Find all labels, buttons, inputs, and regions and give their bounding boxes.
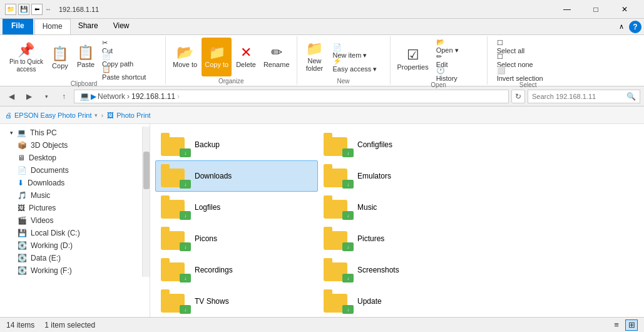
data-e-icon: 💽 bbox=[18, 254, 27, 262]
tab-share[interactable]: Share bbox=[71, 19, 106, 34]
sidebar-scrollbar[interactable] bbox=[142, 127, 150, 277]
rename-button[interactable]: ✏ Rename bbox=[260, 38, 293, 76]
address-path[interactable]: 💻 ▶ Network › 192.168.1.11 › bbox=[74, 90, 509, 103]
title-bar-path: 192.168.1.11 bbox=[59, 6, 99, 13]
breadcrumb-epson[interactable]: 🖨 EPSON Easy Photo Print ▾ bbox=[5, 112, 98, 119]
file-name-update: Update bbox=[357, 297, 382, 306]
large-icons-view-button[interactable]: ⊞ bbox=[625, 319, 638, 331]
sidebar-item-this-pc[interactable]: ▾ 💻 This PC bbox=[0, 127, 142, 139]
working-f-label: Working (F:) bbox=[31, 266, 72, 275]
file-item-logfiles[interactable]: ↓ Logfiles bbox=[155, 192, 318, 223]
copy-to-button[interactable]: 📁 Copy to bbox=[202, 38, 232, 76]
folder-icon-music: ↓ bbox=[324, 196, 351, 219]
music-label: Music bbox=[31, 191, 50, 200]
main-area: ▾ 💻 This PC 📦 3D Objects 🖥 Desktop 📄 Doc… bbox=[0, 124, 644, 317]
sidebar-item-data-e[interactable]: 💽 Data (E:) bbox=[0, 252, 142, 264]
delete-button[interactable]: ✕ Delete bbox=[233, 38, 259, 76]
details-view-button[interactable]: ≡ bbox=[610, 319, 623, 331]
file-name-emulators: Emulators bbox=[357, 172, 391, 180]
sidebar-item-local-disk-c[interactable]: 💾 Local Disk (C:) bbox=[0, 227, 142, 239]
epson-chevron: ▾ bbox=[95, 112, 98, 118]
refresh-button[interactable]: ↻ bbox=[511, 90, 525, 103]
paste-shortcut-icon: 📋 bbox=[102, 65, 111, 73]
tab-file[interactable]: File bbox=[3, 19, 33, 34]
sidebar-item-documents[interactable]: 📄 Documents bbox=[0, 164, 142, 177]
sidebar-item-pictures[interactable]: 🖼 Pictures bbox=[0, 202, 142, 214]
quick-action-1[interactable]: 💾 bbox=[18, 4, 29, 15]
minimize-button[interactable]: — bbox=[553, 0, 581, 19]
maximize-button[interactable]: □ bbox=[581, 0, 610, 19]
file-item-tv-shows[interactable]: ↓ TV Shows bbox=[155, 286, 318, 317]
close-button[interactable]: ✕ bbox=[610, 0, 639, 19]
pin-quick-access-button[interactable]: 📌 Pin to Quickaccess bbox=[6, 39, 46, 78]
back-button[interactable]: ◀ bbox=[4, 89, 19, 104]
properties-label: Properties bbox=[397, 63, 429, 71]
paste-button[interactable]: 📋 Paste bbox=[74, 38, 98, 76]
sidebar-item-working-f[interactable]: 💽 Working (F:) bbox=[0, 264, 142, 277]
sidebar-item-downloads[interactable]: ⬇ Downloads bbox=[0, 177, 142, 189]
sidebar-item-desktop[interactable]: 🖥 Desktop bbox=[0, 152, 142, 164]
quick-action-2[interactable]: ⬅ bbox=[31, 4, 43, 15]
delete-icon: ✕ bbox=[240, 46, 252, 60]
sidebar-item-3d-objects[interactable]: 📦 3D Objects bbox=[0, 139, 142, 152]
recent-button[interactable]: ▾ bbox=[39, 89, 54, 104]
folder-icon-emulators: ↓ bbox=[324, 165, 351, 187]
sidebar-scrollbar-thumb[interactable] bbox=[143, 152, 150, 189]
ribbon-collapse-btn[interactable]: ∧ bbox=[616, 21, 626, 32]
folder-icon-update: ↓ bbox=[324, 290, 351, 313]
invert-selection-button[interactable]: ⬜Invert selection bbox=[494, 68, 563, 80]
file-item-pictures[interactable]: ↓ Pictures bbox=[318, 223, 481, 254]
file-item-picons[interactable]: ↓ Picons bbox=[155, 223, 318, 254]
music-icon: 🎵 bbox=[18, 191, 27, 200]
epson-label: EPSON Easy Photo Print bbox=[14, 112, 92, 119]
sidebar-item-videos[interactable]: 🎬 Videos bbox=[0, 214, 142, 227]
select-all-button[interactable]: ☐Select all bbox=[494, 40, 563, 53]
file-item-downloads[interactable]: ↓ Downloads bbox=[155, 160, 318, 192]
history-btn[interactable]: 🕐History bbox=[433, 68, 483, 80]
folder-icon-logfiles: ↓ bbox=[161, 196, 188, 219]
working-d-icon: 💽 bbox=[18, 241, 27, 250]
up-button[interactable]: ↑ bbox=[56, 89, 71, 104]
tab-view[interactable]: View bbox=[106, 19, 137, 34]
properties-button[interactable]: ☑ Properties bbox=[394, 39, 432, 78]
file-item-emulators[interactable]: ↓ Emulators bbox=[318, 160, 481, 192]
breadcrumb-photo-print[interactable]: 🖼 Photo Print bbox=[107, 112, 150, 119]
new-item-button[interactable]: 📄New item ▾ bbox=[330, 45, 386, 58]
open-btn[interactable]: 📂Open ▾ bbox=[433, 40, 483, 53]
search-box[interactable]: 🔍 bbox=[528, 90, 640, 103]
select-none-button[interactable]: ☐Select none bbox=[494, 54, 563, 66]
sidebar-item-working-d[interactable]: 💽 Working (D:) bbox=[0, 239, 142, 252]
tab-home[interactable]: Home bbox=[34, 19, 71, 34]
file-item-backup[interactable]: ↓ Backup bbox=[155, 129, 318, 160]
file-item-update[interactable]: ↓ Update bbox=[318, 286, 481, 317]
documents-label: Documents bbox=[31, 166, 69, 175]
forward-button[interactable]: ▶ bbox=[21, 89, 36, 104]
new-folder-label: Newfolder bbox=[306, 57, 324, 72]
search-input[interactable] bbox=[532, 93, 624, 100]
copy-path-button[interactable]: 📄Copy path bbox=[99, 53, 161, 66]
file-name-configfiles: Configfiles bbox=[357, 140, 392, 149]
file-item-screenshots[interactable]: ↓ Screenshots bbox=[318, 254, 481, 286]
copy-path-icon: 📄 bbox=[102, 52, 111, 60]
file-name-screenshots: Screenshots bbox=[357, 266, 399, 274]
file-item-configfiles[interactable]: ↓ Configfiles bbox=[318, 129, 481, 160]
select-label: Select bbox=[519, 80, 537, 88]
sidebar-item-music[interactable]: 🎵 Music bbox=[0, 189, 142, 202]
copy-button[interactable]: 📋 Copy bbox=[48, 39, 73, 78]
copy-to-label: Copy to bbox=[205, 61, 228, 68]
cut-button[interactable]: ✂Cut bbox=[99, 40, 161, 53]
easy-access-button[interactable]: ⚡Easy access ▾ bbox=[330, 59, 386, 71]
paste-icon: 📋 bbox=[77, 46, 94, 60]
edit-btn[interactable]: ✏Edit bbox=[433, 54, 483, 66]
new-folder-button[interactable]: 📁 Newfolder bbox=[301, 38, 329, 76]
help-button[interactable]: ? bbox=[629, 21, 641, 33]
file-name-picons: Picons bbox=[195, 234, 217, 243]
file-name-pictures: Pictures bbox=[357, 234, 384, 243]
address-segment-network: Network bbox=[98, 92, 125, 101]
folder-icon-downloads: ↓ bbox=[161, 165, 188, 187]
file-item-recordings[interactable]: ↓ Recordings bbox=[155, 254, 318, 286]
move-to-button[interactable]: 📂 Move to bbox=[170, 38, 200, 76]
folder-icon-backup: ↓ bbox=[161, 133, 188, 156]
paste-shortcut-button[interactable]: 📋Paste shortcut bbox=[99, 66, 161, 79]
file-item-music[interactable]: ↓ Music bbox=[318, 192, 481, 223]
